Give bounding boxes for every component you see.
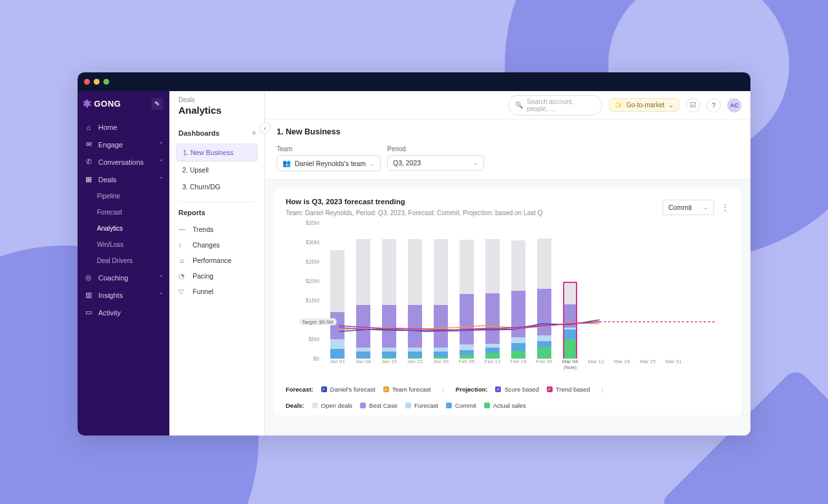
x-tick: Jan 22	[402, 359, 428, 378]
pin-sidebar-button[interactable]: ✎	[151, 98, 163, 110]
trends-icon: ⁓	[178, 226, 187, 233]
dashboard-item[interactable]: 2. Upsell	[176, 162, 258, 178]
team-select[interactable]: 👥 Daniel Reynolds's team ⌄	[277, 155, 381, 171]
x-tick: Feb 26	[531, 359, 557, 378]
dashboard-item[interactable]: 1. New Business	[176, 143, 258, 162]
period-select[interactable]: Q3, 2023 ⌄	[387, 155, 484, 171]
activity-icon: ▭	[84, 308, 93, 317]
legend-item[interactable]: ✓Team forecast	[383, 386, 431, 393]
legend-group-head: Projection:	[456, 386, 488, 393]
breadcrumb: Deals	[178, 96, 255, 103]
x-tick: Feb 12	[480, 359, 505, 378]
global-search[interactable]: 🔍 Search account, people, ...	[508, 95, 602, 116]
dashboard-item[interactable]: 3. Churn/DG	[176, 178, 258, 195]
legend-label: Forecast	[414, 402, 438, 409]
sidebar-subitem-analytics[interactable]: Analytics	[78, 220, 169, 236]
y-tick: $20M	[306, 278, 319, 284]
sidebar-item-engage[interactable]: ✉Engage˅	[78, 136, 169, 153]
y-tick: $35M	[306, 220, 319, 226]
sidebar-item-home[interactable]: ⌂Home	[78, 119, 169, 136]
y-tick: $30M	[306, 239, 319, 246]
x-tick: Mar 11	[583, 359, 609, 378]
context-label: Go-to-market	[626, 101, 664, 109]
report-item-label: Performance	[193, 257, 231, 264]
sidebar-item-deals[interactable]: ▦Deals˄	[78, 171, 169, 188]
card-title: How is Q3, 2023 forecast trending	[286, 198, 542, 205]
legend-item[interactable]: Forecast	[405, 402, 438, 409]
sidebar-subitem-label: Forecast	[97, 209, 122, 216]
home-icon: ⌂	[84, 123, 93, 131]
legend-group-head: Forecast:	[286, 386, 313, 393]
report-item-funnel[interactable]: ▽Funnel	[169, 284, 264, 299]
legend-group-head: Deals:	[286, 402, 304, 409]
legend-swatch: ✓	[547, 386, 553, 392]
legend-item[interactable]: ✓Daniel's forecast	[321, 386, 376, 393]
app-window: ✱ GONG ✎ ⌂Home✉Engage˅✆Conversations˅▦De…	[78, 72, 750, 436]
engage-icon: ✉	[84, 140, 93, 149]
x-tick: Mar 04(Now)	[557, 359, 583, 378]
sidebar-subitem-pipeline[interactable]: Pipeline	[78, 188, 169, 204]
user-avatar[interactable]: AC	[727, 98, 741, 112]
add-dashboard-button[interactable]: ＋	[250, 127, 258, 138]
legend-swatch	[446, 403, 452, 408]
sidebar-item-coaching[interactable]: ◎Coaching˅	[78, 269, 169, 286]
performance-icon: ☺	[178, 257, 187, 264]
legend-item[interactable]: ✓Trend based	[547, 386, 590, 393]
card-menu-button[interactable]: ⋮	[721, 202, 730, 213]
window-max-dot[interactable]	[103, 79, 109, 85]
help-button[interactable]: ?	[706, 98, 721, 112]
window-titlebar	[78, 72, 750, 91]
sidebar-item-activity[interactable]: ▭Activity	[78, 304, 169, 321]
legend-item[interactable]: Best Case	[360, 402, 398, 409]
sidebar-item-insights[interactable]: ▥Insights˅	[78, 286, 169, 304]
sidebar-subitem-deal-drivers[interactable]: Deal Drivers	[78, 253, 169, 269]
collapse-panel-button[interactable]: ‹	[259, 122, 271, 134]
conversations-icon: ✆	[84, 158, 93, 166]
context-switcher[interactable]: ✨ Go-to-market ⌄	[609, 98, 679, 112]
sidebar-subitem-label: Analytics	[97, 225, 123, 232]
legend-label: Team forecast	[392, 386, 431, 393]
page-title: Analytics	[178, 105, 255, 116]
legend-label: Score based	[504, 386, 538, 393]
sidebar-item-conversations[interactable]: ✆Conversations˅	[78, 153, 169, 171]
legend-item[interactable]: Actual sales	[484, 402, 526, 409]
chevron-down-icon: ⌄	[703, 204, 708, 211]
window-min-dot[interactable]	[94, 79, 100, 85]
target-label: Target: $9.5M	[299, 319, 337, 326]
notes-button[interactable]: ☑	[686, 98, 700, 112]
topbar: 🔍 Search account, people, ... ✨ Go-to-ma…	[265, 91, 750, 120]
legend-item[interactable]: Open deals	[312, 402, 353, 409]
brand-name: GONG	[94, 99, 122, 109]
chevron-down-icon: ⌄	[473, 160, 478, 166]
sidebar-subitem-label: Win/Loss	[97, 241, 123, 248]
sidebar-item-label: Activity	[98, 309, 121, 317]
sidebar-item-label: Coaching	[98, 274, 128, 282]
x-tick: Mar 31	[661, 359, 686, 378]
trend-line	[339, 322, 599, 330]
sidebar-item-label: Deals	[98, 176, 116, 184]
brand-logo: ✱ GONG	[83, 98, 121, 110]
card-subtitle: Team: Daniel Reynolds, Period: Q3, 2023,…	[286, 209, 542, 216]
x-tick: Mar 25	[635, 359, 661, 378]
report-item-trends[interactable]: ⁓Trends	[169, 222, 264, 237]
forecast-chart: $0$5M$9.5M$15M$20M$25M$30M$35M Target: $…	[286, 223, 730, 378]
sidebar-subitem-win-loss[interactable]: Win/Loss	[78, 236, 169, 253]
legend-swatch	[484, 403, 490, 408]
x-tick: Feb 19	[505, 359, 531, 378]
report-item-label: Trends	[193, 226, 213, 233]
divider	[178, 202, 255, 202]
funnel-icon: ▽	[178, 288, 187, 295]
legend-item[interactable]: ✓Score based	[495, 386, 538, 393]
legend-item[interactable]: Commit	[446, 402, 476, 409]
gong-icon: ✱	[83, 98, 92, 110]
main-area: 🔍 Search account, people, ... ✨ Go-to-ma…	[265, 91, 750, 436]
report-item-changes[interactable]: ↕Changes	[169, 237, 264, 253]
forecast-type-select[interactable]: Commit ⌄	[663, 200, 714, 215]
window-close-dot[interactable]	[84, 79, 90, 85]
reports-heading: Reports	[178, 209, 206, 216]
sidebar-subitem-forecast[interactable]: Forecast	[78, 204, 169, 220]
report-item-pacing[interactable]: ◔Pacing	[169, 268, 264, 284]
report-item-performance[interactable]: ☺Performance	[169, 253, 264, 268]
chevron-down-icon: ˅	[160, 292, 163, 299]
coaching-icon: ◎	[84, 273, 93, 282]
